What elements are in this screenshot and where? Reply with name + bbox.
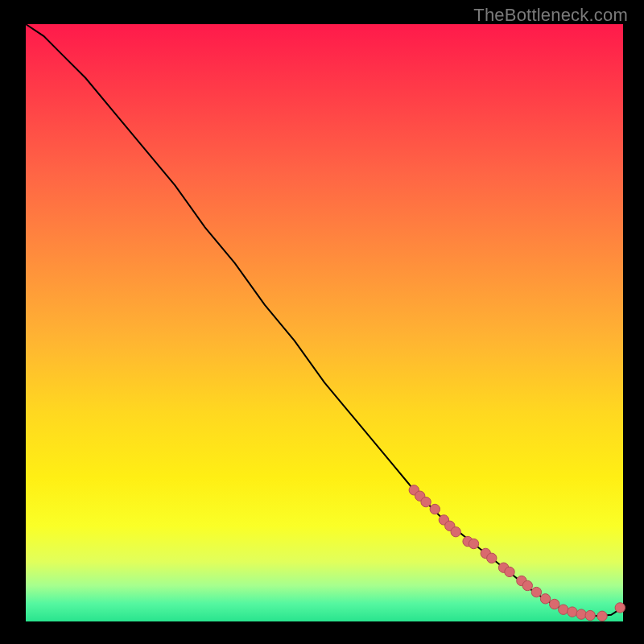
highlight-marker	[531, 587, 541, 597]
highlight-marker	[469, 539, 478, 548]
bottleneck-curve-path	[26, 24, 623, 616]
highlight-marker	[522, 580, 532, 590]
highlight-marker	[615, 603, 625, 613]
chart-svg	[26, 24, 623, 621]
highlight-markers	[409, 485, 625, 621]
highlight-marker	[597, 611, 607, 621]
highlight-marker	[559, 605, 568, 614]
highlight-marker	[576, 609, 586, 619]
highlight-marker	[550, 599, 559, 609]
highlight-marker	[540, 594, 550, 604]
highlight-marker	[421, 497, 431, 506]
highlight-marker	[568, 607, 577, 617]
highlight-marker	[585, 610, 595, 620]
highlight-marker	[487, 553, 497, 563]
highlight-marker	[451, 527, 460, 537]
plot-area	[26, 24, 623, 621]
highlight-marker	[505, 567, 514, 576]
chart-stage: TheBottleneck.com	[0, 0, 644, 644]
watermark-text: TheBottleneck.com	[473, 5, 628, 26]
highlight-marker	[430, 504, 440, 514]
